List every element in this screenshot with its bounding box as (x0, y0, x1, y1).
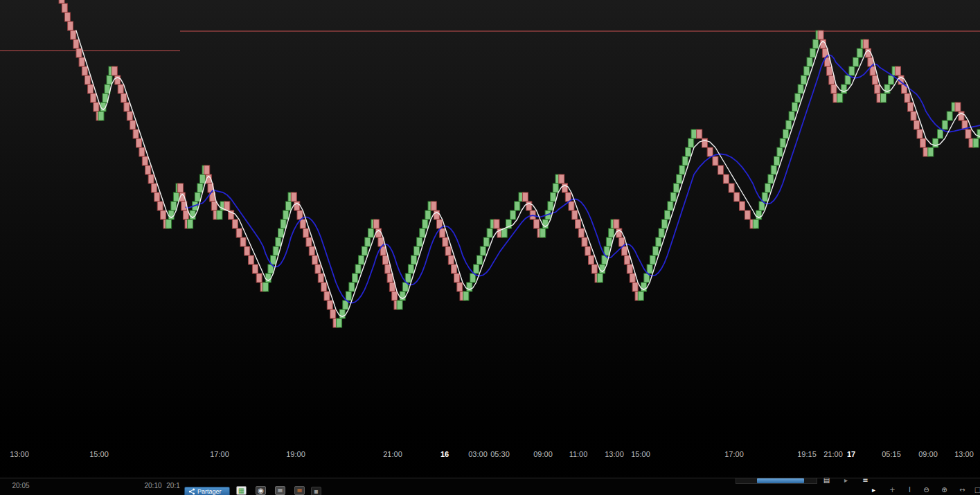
time-label: 11:00 (569, 450, 588, 458)
expand-icon[interactable]: □ (972, 485, 980, 494)
play-icon[interactable]: ▸ (868, 485, 879, 494)
history-icon[interactable]: ▸ (841, 476, 851, 485)
time-label: 17:00 (210, 450, 229, 458)
trading-app-window: 13:0015:0017:0019:0021:001603:0005:3009:… (0, 0, 980, 495)
crosshair-icon[interactable]: + (887, 485, 898, 494)
time-label: 13:00 (954, 450, 974, 458)
time-label: 15:00 (631, 450, 650, 458)
secondary-time-label: 20:1 (166, 482, 179, 489)
time-label: 19:00 (286, 450, 305, 458)
time-axis[interactable]: 13:0015:0017:0019:0021:001603:0005:3009:… (0, 449, 980, 460)
time-label: 05:30 (490, 450, 510, 458)
scrollbar-track[interactable] (736, 478, 817, 484)
time-label: 13:00 (10, 450, 29, 458)
zoom-out-icon[interactable]: ⊖ (921, 485, 932, 494)
share-icon (188, 488, 195, 495)
time-label: 21:00 (383, 450, 402, 458)
time-label: 19:15 (797, 450, 817, 458)
renko-price-chart[interactable] (0, 0, 980, 476)
quotes-icon[interactable]: ≡ (294, 486, 305, 495)
menu-icon[interactable]: ≡ (860, 476, 871, 485)
time-label: 13:00 (605, 450, 624, 458)
time-label: 09:00 (533, 450, 553, 458)
tools-icon[interactable]: ▪ (311, 487, 321, 495)
cursor-icon[interactable]: I (905, 485, 915, 494)
share-button-label: Partager (197, 489, 222, 495)
fast-average-line (76, 30, 980, 316)
person-icon[interactable]: ◉ (256, 486, 266, 495)
time-label: 03:00 (468, 450, 488, 458)
news-icon[interactable]: ≡ (275, 486, 285, 495)
secondary-time-label: 20:10 (144, 482, 161, 489)
time-label: 05:15 (882, 450, 901, 458)
mini-chart-icon[interactable]: ▦ (236, 486, 247, 495)
date-label: 17 (847, 450, 855, 458)
scrollbar-thumb[interactable] (757, 478, 804, 483)
page-icon[interactable]: ▤ (821, 476, 832, 485)
slow-average-line (186, 55, 980, 303)
time-label: 21:00 (823, 450, 843, 458)
time-label: 17:00 (724, 450, 744, 458)
date-label: 16 (440, 450, 449, 458)
time-label: 09:00 (918, 450, 938, 458)
zoom-in-icon[interactable]: ⊕ (939, 485, 950, 494)
renko-bricks (59, 0, 980, 327)
alert-level-lines (0, 31, 980, 51)
share-button[interactable]: Partager (184, 487, 230, 495)
bottom-panel: 20:0520:1020:1 Partager (0, 478, 980, 495)
secondary-time-label: 20:05 (12, 482, 29, 489)
pan-icon[interactable]: ↔ (957, 485, 968, 494)
time-label: 15:00 (89, 450, 109, 458)
